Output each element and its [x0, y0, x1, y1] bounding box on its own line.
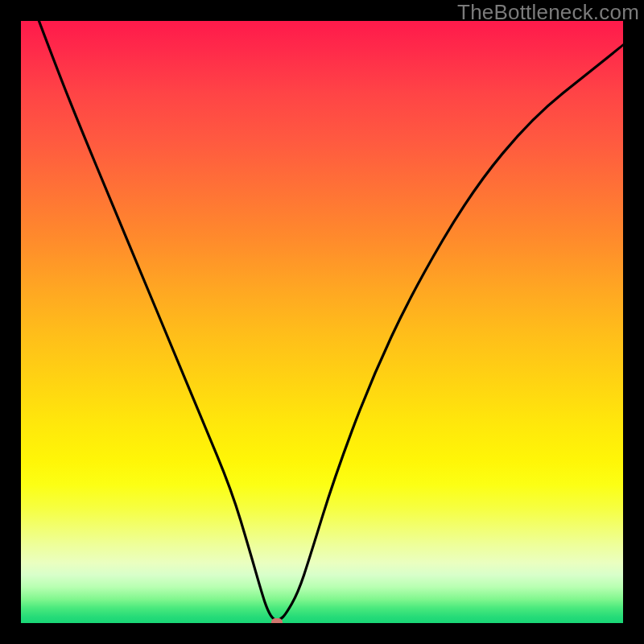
chart-container: TheBottleneck.com — [0, 0, 644, 644]
watermark-text: TheBottleneck.com — [457, 0, 639, 25]
optimum-marker — [271, 618, 283, 624]
bottleneck-curve-path — [39, 21, 623, 620]
curve-svg — [21, 21, 623, 623]
plot-area — [21, 21, 623, 623]
